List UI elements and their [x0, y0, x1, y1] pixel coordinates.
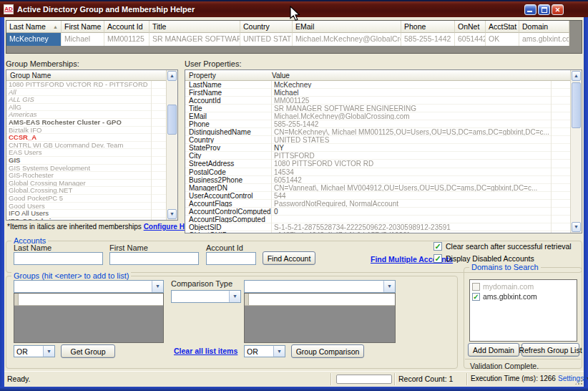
member-item[interactable]: GIS-Rochester — [6, 172, 166, 180]
group-name-column-header[interactable]: Group Name — [6, 70, 177, 81]
property-row[interactable]: CityPITTSFORD — [185, 152, 570, 160]
grid-cell[interactable]: Michael.McKechney@GlobalCrossing... — [293, 33, 401, 46]
domain-item[interactable]: ✓ams.gblxint.com — [470, 291, 577, 301]
close-button[interactable]: ✕ — [552, 4, 564, 15]
checkbox-checked-icon[interactable]: ✓ — [472, 293, 480, 301]
property-row[interactable]: AccountIdMM001125 — [185, 97, 570, 105]
property-row[interactable]: TitleSR MANAGER SOFTWARE ENGINEERING — [185, 105, 570, 112]
member-item[interactable]: AllG — [6, 104, 166, 112]
property-row[interactable]: Phone585-255-1442 — [185, 120, 570, 128]
member-item[interactable]: Americas — [6, 111, 166, 119]
group-search-combo-right[interactable]: ▼ — [244, 280, 396, 293]
member-item[interactable]: All — [6, 89, 166, 97]
property-row[interactable]: CountryUNITED STATES — [185, 136, 570, 144]
chevron-down-icon[interactable]: ▼ — [43, 346, 54, 357]
grid-cell[interactable]: OK — [486, 33, 519, 46]
grid-cell[interactable]: 585-255-1442 — [401, 33, 455, 46]
property-row[interactable]: ObjectGUIDa1437beb-4048-4b47-b1b6-b157d5… — [185, 231, 570, 233]
member-item[interactable]: EAS Users — [6, 149, 166, 157]
property-row[interactable]: EMailMichael.McKechney@GlobalCrossing.co… — [185, 112, 570, 120]
member-item[interactable]: ALL GIS — [6, 96, 166, 104]
member-item[interactable]: IFO-GC Admins — [6, 218, 166, 220]
property-row[interactable]: DistinguishedNameCN=McKechney\, Michael … — [185, 128, 570, 136]
or-combo-left[interactable]: OR ▼ — [14, 345, 55, 357]
member-item[interactable]: GIS — [6, 157, 166, 165]
member-item[interactable]: CCSR_A — [6, 134, 166, 142]
grid-column-header[interactable]: EMail — [293, 21, 401, 33]
scroll-up-icon[interactable]: ▲ — [572, 71, 581, 81]
grid-cell[interactable]: SR MANAGER SOFTWARE E... — [150, 33, 240, 46]
member-item[interactable]: Good Users — [6, 203, 166, 211]
grid-cell[interactable]: UNITED STATES — [240, 33, 293, 46]
last-name-input[interactable] — [14, 252, 103, 265]
minimize-button[interactable] — [524, 4, 536, 15]
group-list-right[interactable] — [244, 293, 396, 343]
property-row[interactable]: ManagerDNCN=Vanneat\, Michael MV004912,O… — [185, 184, 570, 192]
memberships-scrollbar[interactable]: ▲ ▼ — [166, 70, 177, 220]
chevron-down-icon[interactable]: ▼ — [152, 281, 163, 292]
chevron-down-icon[interactable]: ▼ — [273, 346, 285, 357]
property-row[interactable]: AccountControlComputed0 — [185, 208, 570, 216]
scrollbar-thumb[interactable] — [572, 82, 581, 128]
properties-scrollbar[interactable]: ▲ ▼ — [570, 70, 582, 233]
property-column-header[interactable]: Property — [189, 72, 272, 79]
grid-column-header[interactable]: Last Name▲ — [6, 21, 62, 33]
member-item[interactable]: Global.Crossing.NET — [6, 187, 166, 195]
property-row[interactable]: Business2Phone6051442 — [185, 176, 570, 184]
member-item[interactable]: 1080 PITTSFORD VICTOR RD - PITTSFORD — [6, 81, 166, 89]
account-id-input[interactable] — [206, 252, 256, 265]
scroll-down-icon[interactable]: ▼ — [167, 209, 177, 219]
chevron-down-icon[interactable]: ▼ — [383, 281, 395, 292]
group-list-left[interactable] — [14, 293, 164, 343]
get-group-button[interactable]: Get Group — [61, 344, 115, 358]
member-item[interactable]: AMS-EAS Rochester Cluster - GPO — [6, 119, 166, 127]
grid-column-header[interactable]: Account Id — [104, 21, 150, 33]
checkbox-unchecked-icon[interactable] — [472, 283, 480, 291]
grid-cell[interactable]: ams.gblxint.com — [519, 33, 569, 46]
grid-column-header[interactable]: AcctStat — [486, 21, 519, 33]
member-item[interactable]: GIS Systems Development — [6, 165, 166, 173]
grid-column-header[interactable]: Country — [240, 21, 293, 33]
display-disabled-checkbox[interactable]: ✓ Display Disabled Accounts — [433, 254, 534, 263]
value-column-header[interactable]: Value — [272, 72, 290, 79]
property-row[interactable]: StreetAddress1080 PITTSFORD VICTOR RD — [185, 160, 570, 168]
grid-cell[interactable]: 6051442 — [455, 33, 486, 46]
property-row[interactable]: AccountFlagsPasswordNotRequired, NormalA… — [185, 200, 570, 208]
scrollbar-thumb[interactable] — [167, 105, 177, 135]
grid-column-header[interactable]: Title — [150, 21, 240, 33]
property-row[interactable]: StateProvNY — [185, 144, 570, 152]
grid-column-header[interactable]: First Name — [62, 21, 104, 33]
property-row[interactable]: PostalCode14534 — [185, 168, 570, 176]
chevron-down-icon[interactable]: ▼ — [229, 291, 240, 302]
member-item[interactable]: CNTRL WI GB Ucommand Dev. Team — [6, 142, 166, 150]
property-row[interactable]: FirstNameMichael — [185, 89, 570, 97]
group-comparison-button[interactable]: Group Comparison — [291, 344, 364, 358]
property-row[interactable]: ObjectSIDS-1-5-21-2875528734-2222509622-… — [185, 223, 570, 231]
property-row[interactable]: AccountFlagsComputed — [185, 216, 570, 223]
clear-all-list-items-link[interactable]: Clear all list items — [174, 347, 237, 355]
scroll-up-icon[interactable]: ▲ — [167, 71, 177, 81]
grid-column-header[interactable]: Phone — [401, 21, 455, 33]
property-row[interactable]: LastNameMcKechney — [185, 81, 570, 89]
grid-cell[interactable]: Michael — [62, 33, 104, 46]
domain-item[interactable]: mydomain.com — [470, 281, 577, 291]
grid-cell[interactable]: McKechney — [6, 33, 62, 46]
first-name-input[interactable] — [109, 252, 199, 265]
maximize-button[interactable] — [538, 4, 550, 15]
add-domain-button[interactable]: Add Domain — [468, 343, 519, 357]
clear-search-checkbox[interactable]: ✓ Clear search after successful retrieva… — [433, 242, 572, 251]
grid-cell[interactable]: MM001125 — [104, 33, 150, 46]
member-item[interactable]: Global Crossing Manager — [6, 180, 166, 188]
scroll-down-icon[interactable]: ▼ — [572, 222, 581, 232]
member-item[interactable]: Good PocketPC 5 — [6, 195, 166, 203]
refresh-group-list-button[interactable]: Refresh Group List — [521, 343, 579, 357]
or-combo-right[interactable]: OR ▼ — [244, 345, 285, 357]
property-row[interactable]: UserAccountControl544 — [185, 192, 570, 200]
find-account-button[interactable]: Find Account — [263, 251, 315, 265]
member-item[interactable]: Biztalk IFO — [6, 127, 166, 135]
group-search-combo-left[interactable]: ▼ — [14, 280, 164, 293]
grid-column-header[interactable]: OnNet — [455, 21, 486, 33]
comparison-type-combo[interactable]: ▼ — [171, 290, 241, 303]
member-item[interactable]: IFO All Users — [6, 210, 166, 218]
grid-column-header[interactable]: Domain — [519, 21, 569, 33]
